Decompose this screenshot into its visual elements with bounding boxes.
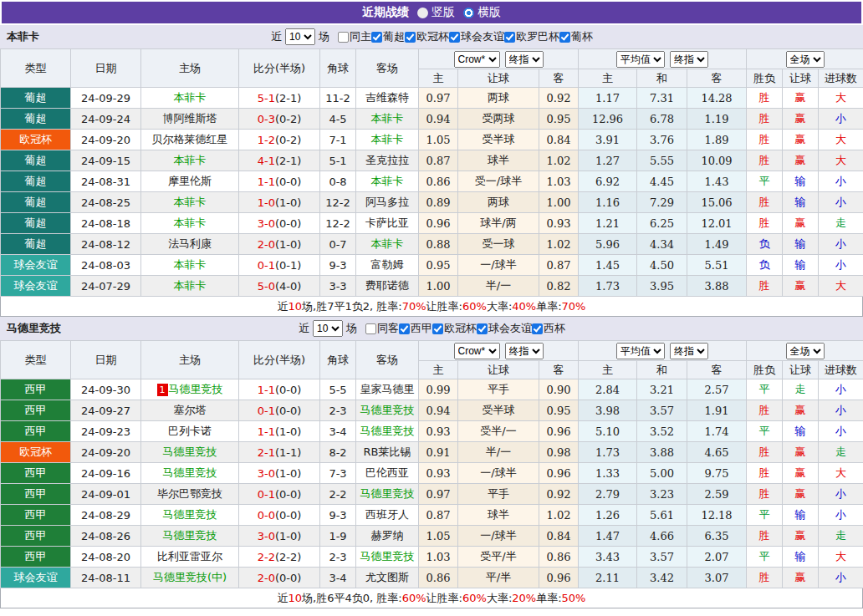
radio-vertical[interactable]: 竖版 <box>417 5 455 20</box>
checkbox-label[interactable]: 葡杯 <box>571 29 593 44</box>
away-team: 费耶诺德 <box>356 276 419 297</box>
column-header: 进球数 <box>819 361 863 379</box>
checkbox-label[interactable]: 欧冠杯 <box>444 321 477 336</box>
odds-home: 0.88 <box>419 234 458 255</box>
halftime-score: (0-0) <box>275 572 301 584</box>
league-filter-checkbox[interactable] <box>477 323 488 334</box>
result-goals: 小 <box>819 234 863 255</box>
league-filter-checkbox[interactable] <box>371 32 382 43</box>
checkbox-label[interactable]: 欧冠杯 <box>416 29 449 44</box>
same-venue-checkbox[interactable] <box>365 323 376 334</box>
odds-away: 0.96 <box>539 421 579 442</box>
home-team: 1马德里竞技 <box>141 379 239 400</box>
column-header: 让球 <box>783 361 819 379</box>
closing-odds-select-2[interactable]: 终指 <box>670 343 708 359</box>
result-goals: 大 <box>819 150 863 171</box>
team-label: 马德里竞技 <box>169 383 223 395</box>
summary-text: 近10场,胜7平1负2, 胜率:70% 让胜率:60% 大率:40% 单率:70… <box>0 297 863 317</box>
matches-count-select[interactable]: 10 <box>313 320 343 337</box>
odds-home: 1.05 <box>419 526 458 547</box>
bookmaker-select[interactable]: Crow* <box>454 51 500 68</box>
average-select[interactable]: 平均值 <box>616 343 665 359</box>
team-label: 马德里竞技 <box>163 445 217 458</box>
league-filter-checkbox[interactable] <box>405 32 416 43</box>
odds-away: 1.02 <box>539 150 579 171</box>
odds-home: 0.96 <box>419 213 458 234</box>
team-section-atletico: 马德里竞技 近10场同客西甲欧冠杯球会友谊西杯 类型 日期 主场 比分(半场) … <box>0 317 863 608</box>
checkbox-label[interactable]: 球会友谊 <box>488 321 532 336</box>
league-filter-checkbox[interactable] <box>504 32 515 43</box>
avg-home: 3.43 <box>579 547 637 568</box>
table-row: 葡超24-09-29本菲卡5-1(2-1)11-2吉维森特0.97两球0.921… <box>1 88 863 109</box>
halftime-score: (0-1) <box>275 259 301 272</box>
team-label: 本菲卡 <box>174 154 207 166</box>
result-goals: 小 <box>819 109 863 130</box>
away-team: 马德里竞技 <box>356 400 419 421</box>
match-date: 24-09-16 <box>71 463 141 484</box>
result-outcome: 负 <box>747 255 783 276</box>
team-label: 富勒姆 <box>371 258 404 271</box>
home-team: 法马利康 <box>141 234 239 255</box>
summary-part: 场,胜6平4负0, 胜率: <box>302 591 402 606</box>
team-label: 马德里竞技(中) <box>153 571 227 583</box>
team-label: RB莱比锡 <box>364 445 411 458</box>
radio-horizontal-label[interactable]: 横版 <box>477 5 501 20</box>
radio-vertical-label[interactable]: 竖版 <box>432 5 455 20</box>
league-badge: 葡超 <box>1 192 71 213</box>
away-team: 本菲卡 <box>356 109 419 130</box>
league-filter-checkbox[interactable] <box>532 323 543 334</box>
table-row: 西甲24-09-01毕尔巴鄂竞技0-1(0-0)2-2马德里竞技0.97平手0.… <box>1 484 863 505</box>
checkbox-label[interactable]: 同客 <box>377 321 399 336</box>
closing-odds-select-2[interactable]: 终指 <box>670 51 708 68</box>
result-outcome: 胜 <box>747 213 783 234</box>
table-row: 欧冠杯24-09-20贝尔格莱德红星1-2(0-2)7-1本菲卡1.05受半球0… <box>1 130 863 150</box>
closing-odds-select[interactable]: 终指 <box>505 51 544 68</box>
summary-part: 单率: <box>536 591 561 606</box>
matches-count-select[interactable]: 10 <box>285 28 315 45</box>
avg-home: 5.10 <box>579 421 637 442</box>
score: 2-0(0-0) <box>239 568 320 588</box>
league-filter-checkbox[interactable] <box>399 323 410 334</box>
summary-part: 20% <box>512 592 536 604</box>
checkbox-label[interactable]: 欧罗巴杯 <box>516 29 559 44</box>
team-label: 阿马多拉 <box>365 196 409 208</box>
fulltime-score: 5-0 <box>258 280 275 293</box>
team-label: 毕尔巴鄂竞技 <box>157 487 222 500</box>
fulltime-score: 2-1 <box>258 446 275 459</box>
scope-select[interactable]: 全场 <box>786 343 825 359</box>
avg-away: 1.43 <box>687 171 747 192</box>
checkbox-label[interactable]: 球会友谊 <box>461 29 504 44</box>
odds-away: 1.02 <box>539 234 579 255</box>
bookmaker-select[interactable]: Crow* <box>454 343 500 359</box>
avg-away: 2.59 <box>687 484 747 505</box>
league-badge: 欧冠杯 <box>1 442 71 463</box>
scope-select[interactable]: 全场 <box>786 51 825 68</box>
result-outcome: 胜 <box>747 150 783 171</box>
away-team: 赫罗纳 <box>356 526 419 547</box>
odds-away: 0.95 <box>539 109 579 130</box>
checkbox-label[interactable]: 同主 <box>350 29 371 44</box>
column-header: 日期 <box>71 341 141 379</box>
checkbox-label[interactable]: 葡超 <box>383 29 405 44</box>
home-team: 马德里竞技 <box>141 505 239 526</box>
corner-score: 7-1 <box>320 130 356 150</box>
avg-draw: 4.50 <box>637 255 687 276</box>
average-select[interactable]: 平均值 <box>616 51 665 68</box>
league-filter-checkbox[interactable] <box>432 323 443 334</box>
corner-score: 8-2 <box>320 442 356 463</box>
table-row: 西甲24-09-23巴列卡诺1-1(1-0)3-4马德里竞技0.93受半/一0.… <box>1 421 863 442</box>
handicap: 受半球 <box>458 400 539 421</box>
halftime-score: (1-0) <box>275 467 301 480</box>
result-outcome: 负 <box>747 234 783 255</box>
checkbox-label[interactable]: 西甲 <box>411 321 432 336</box>
radio-horizontal[interactable]: 横版 <box>463 5 501 20</box>
halftime-score: (2-1) <box>275 155 301 167</box>
table-row: 西甲24-09-301马德里竞技1-1(0-0)5-5皇家马德里0.99平手0.… <box>1 379 863 400</box>
fulltime-score: 0-3 <box>258 113 275 125</box>
page: 近期战绩 竖版 横版 本菲卡 近10场同主葡超欧冠杯球会友谊欧罗巴杯葡杯 <box>0 2 863 608</box>
same-venue-checkbox[interactable] <box>338 32 349 43</box>
league-filter-checkbox[interactable] <box>559 32 570 43</box>
checkbox-label[interactable]: 西杯 <box>544 321 565 336</box>
closing-odds-select[interactable]: 终指 <box>505 343 544 359</box>
league-filter-checkbox[interactable] <box>449 32 460 43</box>
